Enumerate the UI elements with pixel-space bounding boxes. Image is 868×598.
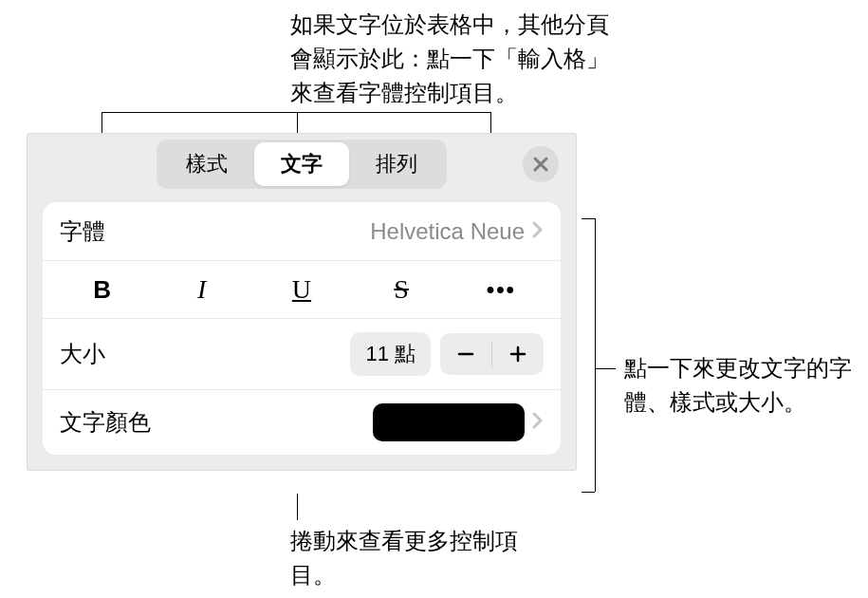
size-increase-button[interactable] (492, 333, 544, 375)
more-options-button[interactable]: ••• (463, 276, 539, 303)
plus-icon (508, 345, 527, 364)
text-color-row[interactable]: 文字顏色 (43, 390, 561, 455)
callout-line (595, 368, 616, 369)
size-stepper (440, 333, 544, 375)
font-value: Helvetica Neue (370, 218, 525, 245)
annotation-bottom: 捲動來查看更多控制項目。 (290, 524, 537, 592)
panel-header: 樣式 文字 排列 (28, 134, 576, 195)
size-value-button[interactable]: 11 點 (350, 332, 431, 376)
bold-button[interactable]: B (65, 275, 140, 305)
close-icon (533, 157, 548, 172)
callout-line (102, 112, 298, 113)
annotation-top: 如果文字位於表格中，其他分頁會顯示於此：點一下「輸入格」來查看字體控制項目。 (290, 8, 613, 110)
text-style-row: B I U S ••• (43, 261, 561, 319)
tab-style[interactable]: 樣式 (159, 142, 254, 186)
size-label: 大小 (60, 339, 105, 369)
text-color-label: 文字顏色 (60, 407, 151, 438)
text-controls-card: 字體 Helvetica Neue B I U S ••• 大小 11 點 (43, 202, 561, 455)
font-row[interactable]: 字體 Helvetica Neue (43, 202, 561, 261)
close-button[interactable] (523, 146, 559, 182)
minus-icon (456, 345, 475, 364)
italic-button[interactable]: I (164, 274, 240, 305)
tab-arrange[interactable]: 排列 (349, 142, 444, 186)
callout-line (582, 218, 595, 219)
font-label: 字體 (60, 216, 105, 247)
chevron-right-icon (532, 410, 544, 435)
segmented-control: 樣式 文字 排列 (157, 140, 447, 189)
underline-button[interactable]: U (264, 274, 340, 305)
strikethrough-button[interactable]: S (363, 274, 439, 305)
size-decrease-button[interactable] (440, 333, 491, 375)
callout-line (297, 112, 491, 113)
annotation-right: 點一下來更改文字的字體、樣式或大小。 (624, 351, 868, 420)
chevron-right-icon (532, 219, 544, 244)
format-panel: 樣式 文字 排列 字體 Helvetica Neue B I U S ••• 大… (27, 133, 577, 471)
color-swatch[interactable] (373, 403, 525, 441)
callout-line (595, 218, 596, 492)
tab-text[interactable]: 文字 (254, 142, 349, 186)
callout-line (582, 492, 595, 493)
size-controls: 11 點 (350, 332, 544, 376)
callout-line (297, 112, 298, 133)
callout-line (297, 494, 298, 520)
size-row: 大小 11 點 (43, 319, 561, 390)
